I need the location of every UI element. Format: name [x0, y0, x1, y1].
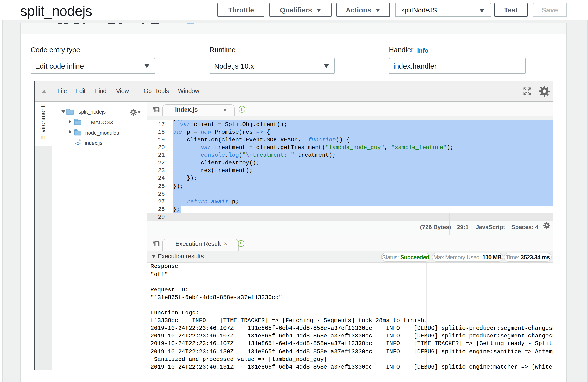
svg-text:<>: <>: [75, 141, 80, 146]
